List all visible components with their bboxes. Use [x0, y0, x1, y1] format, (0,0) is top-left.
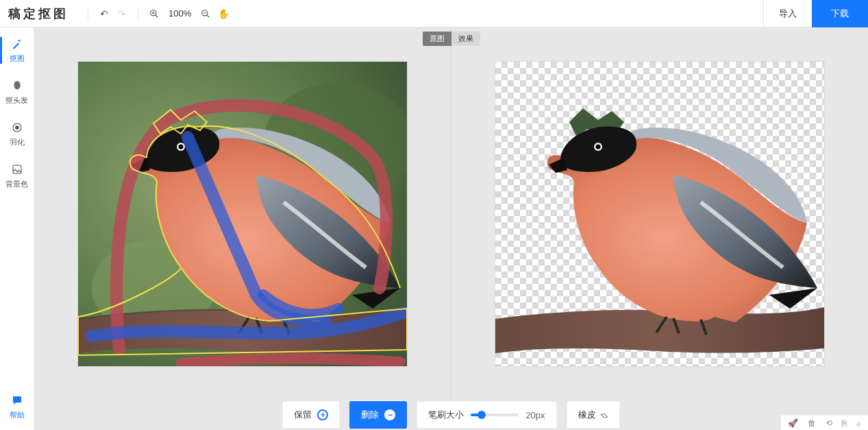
rail-label: 背景色 — [5, 179, 28, 189]
zoom-level: 100% — [169, 8, 191, 19]
plus-icon: + — [317, 409, 328, 420]
brush-size-slider[interactable] — [471, 414, 519, 416]
mini-refresh-icon[interactable]: ⟲ — [826, 418, 832, 428]
result-image — [495, 62, 824, 366]
zoom-out-button[interactable] — [197, 5, 214, 23]
mini-rocket-icon[interactable]: 🚀 — [788, 418, 798, 428]
background-icon — [10, 163, 24, 176]
remove-tool-button[interactable]: 删除 − — [349, 401, 407, 429]
brush-label: 笔刷大小 — [428, 409, 464, 421]
app-logo: 稿定抠图 — [8, 5, 69, 22]
undo-button[interactable]: ↶ — [95, 5, 113, 23]
import-button[interactable]: 导入 — [763, 0, 812, 27]
brush-value: 20px — [525, 410, 545, 420]
chat-icon — [10, 394, 24, 407]
keep-tool-button[interactable]: 保留 + — [282, 401, 340, 429]
svg-rect-9 — [13, 165, 21, 174]
svg-point-8 — [15, 126, 18, 130]
remove-label: 删除 — [361, 409, 379, 421]
eraser-label: 橡皮 — [578, 409, 596, 421]
feather-icon — [10, 121, 24, 134]
divider — [138, 8, 138, 20]
bottom-toolbar: 保留 + 删除 − 笔刷大小 20px 橡皮 ▱ — [34, 400, 868, 430]
divider — [88, 8, 88, 20]
svg-line-5 — [207, 14, 210, 17]
svg-point-14 — [179, 144, 184, 149]
canvas-row — [34, 27, 868, 400]
rail-label: 抠头发 — [5, 95, 28, 106]
canvas-result[interactable] — [451, 27, 868, 400]
eraser-tool-button[interactable]: 橡皮 ▱ — [567, 401, 620, 429]
hair-icon — [10, 79, 24, 93]
rail-label: 抠图 — [10, 53, 25, 64]
svg-line-1 — [156, 14, 158, 17]
mini-search-icon[interactable]: ⌕ — [856, 418, 861, 428]
rail-label: 帮助 — [10, 410, 25, 420]
minus-icon: − — [384, 409, 395, 420]
stage: 原图 效果 — [34, 27, 868, 430]
view-tabs: 原图 效果 — [423, 32, 480, 46]
rail-item-feedback[interactable]: 帮助 — [0, 394, 34, 420]
download-button[interactable]: 下载 — [812, 0, 868, 27]
tab-result[interactable]: 效果 — [451, 32, 480, 46]
redo-button[interactable]: ↷ — [113, 5, 131, 23]
zoom-in-button[interactable] — [145, 5, 163, 23]
top-bar: 稿定抠图 ↶ ↷ 100% ✋ 导入 下载 — [0, 0, 868, 27]
eraser-icon: ▱ — [599, 409, 611, 421]
keep-label: 保留 — [294, 409, 312, 421]
rail-item-feather[interactable]: 羽化 — [0, 121, 34, 147]
wand-icon — [10, 37, 24, 51]
mini-trash-icon[interactable]: 🗑 — [808, 418, 816, 428]
mini-copy-icon[interactable]: ⎘ — [842, 418, 847, 428]
original-image — [78, 62, 407, 366]
brush-size-control: 笔刷大小 20px — [417, 401, 556, 429]
rail-item-hair[interactable]: 抠头发 — [0, 79, 34, 106]
main-area: 抠图 抠头发 羽化 背景色 帮助 — [0, 27, 868, 430]
svg-point-16 — [596, 144, 601, 149]
canvas-original[interactable] — [34, 27, 451, 400]
status-mini-rail: 🚀 🗑 ⟲ ⎘ ⌕ — [780, 415, 868, 430]
tool-rail: 抠图 抠头发 羽化 背景色 帮助 — [0, 27, 34, 430]
rail-item-cutout[interactable]: 抠图 — [0, 37, 34, 64]
rail-item-background[interactable]: 背景色 — [0, 163, 34, 189]
pan-hand-button[interactable]: ✋ — [214, 5, 232, 23]
tab-original[interactable]: 原图 — [423, 32, 451, 46]
rail-label: 羽化 — [10, 137, 25, 147]
